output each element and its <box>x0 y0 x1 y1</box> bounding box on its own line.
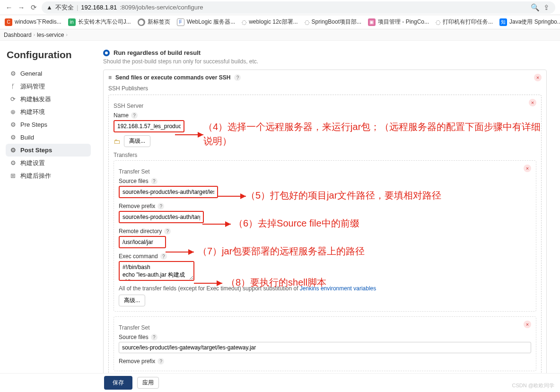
transfer-set: Transfer Set Source files ? × Remove pre… <box>114 160 536 312</box>
back-icon[interactable]: ← <box>5 3 13 11</box>
sidebar-item-label: 构建触发器 <box>20 95 51 104</box>
help-icon[interactable]: ? <box>164 228 171 235</box>
drag-handle-icon[interactable]: ≡ <box>108 74 112 81</box>
forward-icon[interactable]: → <box>17 3 26 11</box>
source-files-input[interactable] <box>119 186 218 198</box>
sidebar-item[interactable]: ⚙Pre Steps <box>6 118 91 131</box>
bookmark-item[interactable]: ◌打印机有打印任务... <box>436 18 493 26</box>
sidebar-item-icon: ⚙ <box>9 159 17 166</box>
sidebar-item[interactable]: ⊞构建后操作 <box>6 169 91 182</box>
radio-selected[interactable] <box>103 50 110 56</box>
ssh-name-input[interactable] <box>114 120 184 132</box>
bookmark-item[interactable]: ◌SpringBoot项目部... <box>305 18 361 26</box>
bookmark-item[interactable]: FWebLogic 服务器... <box>177 18 235 26</box>
reload-icon[interactable]: ⟳ <box>29 3 38 12</box>
remove-prefix-label: Remove prefix <box>119 358 155 365</box>
bookmark-icon: F <box>177 18 184 26</box>
bookmark-item[interactable]: 知Java使用 Springbo... <box>499 18 560 26</box>
sidebar-item-icon: ⚙ <box>9 147 17 154</box>
bookmark-item[interactable]: ▣项目管理 - PingCo... <box>368 18 429 26</box>
breadcrumb: Dashboard › les-service › <box>0 29 560 41</box>
bookmark-icon: ◌ <box>242 19 246 26</box>
ssh-publishers-label: SSH Publishers <box>108 85 542 92</box>
bookmark-icon: 知 <box>499 18 507 26</box>
help-icon[interactable]: ? <box>158 203 164 209</box>
ssh-card: ≡ Send files or execute commands over SS… <box>103 70 547 384</box>
close-icon[interactable]: × <box>524 321 531 328</box>
advanced-button[interactable]: 高级... <box>124 135 150 147</box>
bookmark-item[interactable]: Cwindows下Redis... <box>5 18 61 26</box>
footer: 保存 应用 <box>0 373 560 392</box>
bookmark-label: windows下Redis... <box>15 18 61 26</box>
help-icon[interactable]: ? <box>158 358 164 365</box>
sidebar-item-label: 构建设置 <box>20 159 45 167</box>
url-path: :8099/job/les-service/configure <box>120 4 203 11</box>
bookmark-label: 长安铃木汽车公司J... <box>78 18 131 26</box>
bookmarks-bar: Cwindows下Redis...in长安铃木汽车公司J...⬤新标签页FWeb… <box>0 15 560 29</box>
bookmark-icon: ◌ <box>436 19 440 26</box>
env-variables-link[interactable]: Jenkins environment variables <box>300 285 376 292</box>
breadcrumb-job[interactable]: les-service <box>37 32 64 38</box>
transfer-set-label: Transfer Set <box>119 168 524 175</box>
bookmark-item[interactable]: in长安铃木汽车公司J... <box>68 18 131 26</box>
security-label: 不安全 <box>55 3 74 12</box>
sidebar-item[interactable]: ⟳构建触发器 <box>6 93 91 105</box>
exec-command-label: Exec command <box>119 253 158 260</box>
sidebar-item[interactable]: ⚙Post Steps <box>6 144 91 157</box>
watermark: CSDN @欧欧同学 <box>512 382 554 389</box>
remove-prefix-input[interactable] <box>119 211 204 223</box>
apply-button[interactable]: 应用 <box>137 377 159 389</box>
help-icon[interactable]: ? <box>151 178 158 184</box>
ssh-publisher-block: SSH Server Name ? × 🗀 高级... Transfers <box>108 95 542 377</box>
sidebar-item[interactable]: ⊕构建环境 <box>6 105 91 118</box>
sidebar-item-label: Build <box>20 134 34 141</box>
card-title: Send files or execute commands over SSH <box>115 74 230 81</box>
bookmark-icon: C <box>5 18 12 26</box>
help-icon[interactable]: ? <box>151 334 158 340</box>
bookmark-icon: ▣ <box>368 18 376 26</box>
advanced-button[interactable]: 高级... <box>119 295 145 306</box>
close-icon[interactable]: × <box>529 99 536 106</box>
close-icon[interactable]: × <box>534 74 542 81</box>
help-icon[interactable]: ? <box>234 74 241 81</box>
sidebar: Configuration ⚙Generalᚶ源码管理⟳构建触发器⊕构建环境⚙P… <box>0 41 95 391</box>
bookmark-icon: ⬤ <box>138 18 145 26</box>
help-icon[interactable]: ? <box>160 253 167 260</box>
sidebar-item-icon: ⚙ <box>9 134 17 141</box>
breadcrumb-dashboard[interactable]: Dashboard <box>4 32 32 38</box>
address-bar[interactable]: ▲ 不安全 | 192.168.1.81:8099/job/les-servic… <box>42 1 555 14</box>
sidebar-item[interactable]: ⚙构建设置 <box>6 157 91 169</box>
bookmark-item[interactable]: ⬤新标签页 <box>138 18 170 26</box>
bookmark-icon: in <box>68 18 76 26</box>
bookmark-label: 新标签页 <box>148 18 170 26</box>
transfer-set: Transfer Set Source files ? × Remove pre… <box>114 316 536 371</box>
browser-toolbar: ← → ⟳ ▲ 不安全 | 192.168.1.81:8099/job/les-… <box>0 0 560 15</box>
sidebar-item-icon: ⚙ <box>9 121 17 128</box>
bookmark-label: WebLogic 服务器... <box>187 18 235 26</box>
sidebar-item-label: Pre Steps <box>20 121 47 128</box>
breadcrumb-sep: › <box>34 32 35 37</box>
transfers-label: Transfers <box>114 152 536 158</box>
exec-command-textarea[interactable] <box>119 261 194 281</box>
sidebar-item-label: General <box>20 70 42 77</box>
source-files-label: Source files <box>119 334 149 340</box>
page-title: Configuration <box>7 49 91 61</box>
option-run-regardless[interactable]: Run regardless of build result <box>114 49 201 56</box>
remote-directory-label: Remote directory <box>119 228 162 235</box>
sidebar-item[interactable]: ᚶ源码管理 <box>6 80 91 93</box>
sidebar-item-icon: ⊞ <box>9 172 17 179</box>
source-files-input[interactable] <box>119 342 531 353</box>
save-button[interactable]: 保存 <box>104 376 132 390</box>
sidebar-item-icon: ᚶ <box>9 83 17 90</box>
search-icon[interactable]: 🔍 <box>531 3 539 12</box>
close-icon[interactable]: × <box>524 165 531 172</box>
remove-prefix-label: Remove prefix <box>119 203 155 209</box>
remote-directory-input[interactable] <box>119 236 166 248</box>
share-icon[interactable]: ⇪ <box>542 3 551 12</box>
folder-icon: 🗀 <box>114 138 120 145</box>
sidebar-item[interactable]: ⚙General <box>6 67 91 80</box>
bookmark-label: weblogic 12c部署... <box>249 18 298 26</box>
bookmark-item[interactable]: ◌weblogic 12c部署... <box>242 18 298 26</box>
sidebar-item[interactable]: ⚙Build <box>6 131 91 144</box>
help-icon[interactable]: ? <box>131 112 138 119</box>
